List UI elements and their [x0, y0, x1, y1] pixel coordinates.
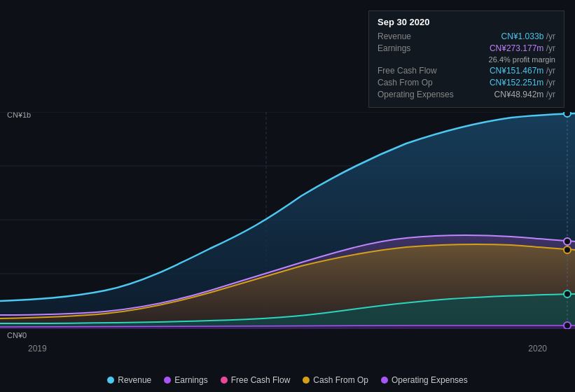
- legend-dot-cashfromop: [303, 377, 310, 384]
- x-label-2019: 2019: [28, 344, 47, 354]
- data-tooltip: Sep 30 2020 Revenue CN¥1.033b /yr Earnin…: [368, 10, 564, 108]
- legend-earnings[interactable]: Earnings: [164, 375, 207, 385]
- svg-point-11: [564, 322, 571, 329]
- tooltip-row-fcf: Free Cash Flow CN¥151.467m /yr: [377, 66, 555, 76]
- chart-svg: [0, 112, 575, 329]
- tooltip-label-opex: Operating Expenses: [377, 90, 455, 99]
- tooltip-label-earnings: Earnings: [377, 43, 455, 53]
- tooltip-row-earnings: Earnings CN¥273.177m /yr: [377, 43, 555, 53]
- svg-point-8: [564, 238, 571, 245]
- tooltip-label-fcf: Free Cash Flow: [377, 66, 455, 76]
- legend-label-cashfromop: Cash From Op: [313, 375, 368, 385]
- tooltip-value-fcf: CN¥151.467m /yr: [490, 66, 555, 76]
- legend-dot-fcf: [221, 377, 228, 384]
- svg-point-9: [564, 290, 571, 298]
- x-axis-labels: 2019 2020: [0, 341, 575, 354]
- tooltip-row-opex: Operating Expenses CN¥48.942m /yr: [377, 90, 555, 99]
- tooltip-value-earnings: CN¥273.177m /yr: [490, 43, 555, 53]
- svg-point-7: [564, 112, 571, 117]
- svg-point-10: [564, 246, 571, 253]
- x-label-2020: 2020: [528, 344, 547, 354]
- tooltip-value-revenue: CN¥1.033b /yr: [501, 31, 555, 41]
- tooltip-value-profit: 26.4% profit margin: [489, 55, 555, 64]
- legend-dot-earnings: [164, 377, 171, 384]
- tooltip-row-revenue: Revenue CN¥1.033b /yr: [377, 31, 555, 41]
- legend-label-earnings: Earnings: [174, 375, 207, 385]
- legend-label-revenue: Revenue: [118, 375, 151, 385]
- legend-revenue[interactable]: Revenue: [107, 375, 151, 385]
- tooltip-label-revenue: Revenue: [377, 31, 455, 41]
- legend-cashfromop[interactable]: Cash From Op: [303, 375, 368, 385]
- tooltip-value-opex: CN¥48.942m /yr: [494, 90, 555, 99]
- legend-opex[interactable]: Operating Expenses: [381, 375, 468, 385]
- chart-legend: Revenue Earnings Free Cash Flow Cash Fro…: [0, 375, 575, 385]
- tooltip-value-cashfromop: CN¥152.251m /yr: [490, 78, 555, 88]
- tooltip-row-cashfromop: Cash From Op CN¥152.251m /yr: [377, 78, 555, 88]
- legend-dot-opex: [381, 377, 388, 384]
- legend-label-fcf: Free Cash Flow: [231, 375, 291, 385]
- tooltip-label-cashfromop: Cash From Op: [377, 78, 455, 88]
- legend-fcf[interactable]: Free Cash Flow: [221, 375, 291, 385]
- legend-dot-revenue: [107, 377, 114, 384]
- legend-label-opex: Operating Expenses: [392, 375, 468, 385]
- tooltip-title: Sep 30 2020: [377, 17, 555, 27]
- y-axis-zero-label: CN¥0: [7, 331, 27, 340]
- tooltip-row-profit-margin: 26.4% profit margin: [377, 55, 555, 64]
